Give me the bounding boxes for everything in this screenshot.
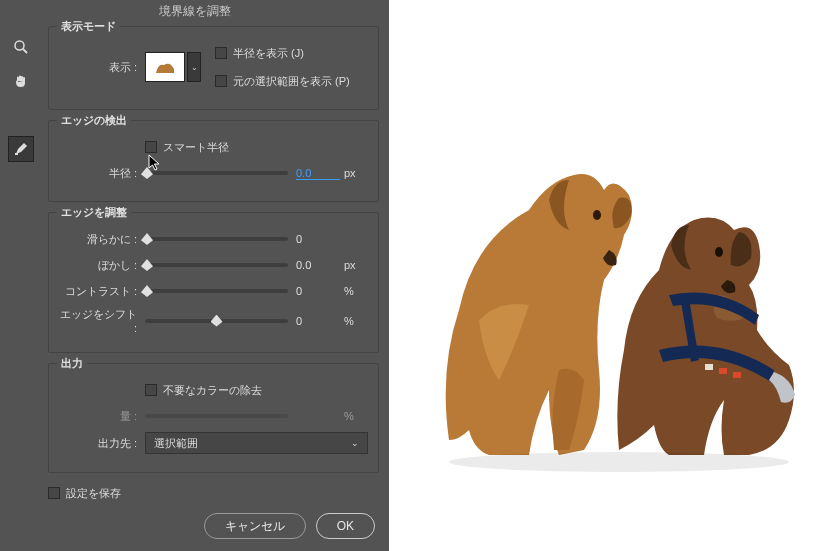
feather-unit: px — [344, 259, 368, 271]
hand-tool[interactable] — [8, 68, 34, 94]
hand-icon — [13, 73, 29, 89]
smart-radius-label: スマート半径 — [163, 140, 229, 155]
output-title: 出力 — [57, 356, 87, 371]
contrast-value[interactable]: 0 — [296, 285, 340, 297]
shift-unit: % — [344, 315, 368, 327]
svg-rect-6 — [719, 368, 727, 374]
shift-slider[interactable] — [145, 319, 288, 323]
feather-label: ぼかし : — [59, 258, 145, 273]
amount-label: 量 : — [59, 409, 145, 424]
view-dropdown-button[interactable]: ⌄ — [187, 52, 201, 82]
output-to-value: 選択範囲 — [154, 436, 198, 451]
refine-brush-tool[interactable] — [8, 136, 34, 162]
radius-slider[interactable] — [145, 171, 288, 175]
edge-adjust-title: エッジを調整 — [57, 205, 131, 220]
output-to-label: 出力先 : — [59, 436, 145, 451]
radius-value[interactable]: 0.0 — [296, 167, 340, 180]
remember-checkbox[interactable] — [48, 487, 60, 499]
svg-point-9 — [449, 452, 789, 472]
edge-detect-group: エッジの検出 スマート半径 半径 : 0.0 px — [48, 120, 379, 202]
contrast-slider[interactable] — [145, 289, 288, 293]
magnifier-icon — [13, 39, 29, 55]
chevron-down-icon: ⌄ — [351, 438, 359, 448]
svg-point-4 — [593, 210, 601, 220]
smooth-slider[interactable] — [145, 237, 288, 241]
decontaminate-checkbox[interactable] — [145, 384, 157, 396]
amount-unit: % — [344, 410, 368, 422]
remember-label: 設定を保存 — [66, 486, 121, 501]
show-original-label: 元の選択範囲を表示 (P) — [233, 74, 350, 89]
refine-edge-panel: 境界線を調整 表示モード 表示 : — [0, 0, 389, 551]
smooth-value[interactable]: 0 — [296, 233, 340, 245]
output-group: 出力 不要なカラーの除去 量 : % 出力先 : 選択範囲 ⌄ — [48, 363, 379, 473]
zoom-tool[interactable] — [8, 34, 34, 60]
show-label: 表示 : — [59, 60, 145, 75]
svg-line-1 — [23, 49, 27, 53]
decontaminate-label: 不要なカラーの除去 — [163, 383, 262, 398]
shift-label: エッジをシフト : — [59, 307, 145, 334]
svg-point-5 — [715, 247, 723, 257]
dialog-footer: キャンセル OK — [204, 513, 375, 539]
panel-content: 表示モード 表示 : ⌄ 半径を表示 (J) 元の選択範囲を表示 (P) — [48, 26, 379, 509]
show-radius-label: 半径を表示 (J) — [233, 46, 304, 61]
brush-icon — [13, 141, 29, 157]
canvas-area[interactable] — [389, 0, 830, 551]
slider-thumb[interactable] — [211, 315, 223, 327]
chevron-down-icon: ⌄ — [191, 63, 198, 72]
show-original-checkbox[interactable] — [215, 75, 227, 87]
feather-slider[interactable] — [145, 263, 288, 267]
view-mode-group: 表示モード 表示 : ⌄ 半径を表示 (J) 元の選択範囲を表示 (P) — [48, 26, 379, 110]
amount-slider — [145, 414, 288, 418]
radius-label: 半径 : — [59, 166, 145, 181]
svg-rect-2 — [15, 153, 18, 155]
contrast-unit: % — [344, 285, 368, 297]
shift-value[interactable]: 0 — [296, 315, 340, 327]
radius-unit: px — [344, 167, 368, 179]
smart-radius-checkbox[interactable] — [145, 141, 157, 153]
view-mode-title: 表示モード — [57, 19, 120, 34]
output-to-select[interactable]: 選択範囲 ⌄ — [145, 432, 368, 454]
edge-detect-title: エッジの検出 — [57, 113, 131, 128]
view-thumbnail[interactable] — [145, 52, 185, 82]
svg-point-0 — [15, 41, 24, 50]
svg-rect-8 — [705, 364, 713, 370]
contrast-label: コントラスト : — [59, 284, 145, 299]
show-radius-checkbox[interactable] — [215, 47, 227, 59]
smooth-label: 滑らかに : — [59, 232, 145, 247]
svg-rect-7 — [733, 372, 741, 378]
tool-column — [8, 34, 38, 170]
thumbnail-icon — [148, 55, 182, 79]
dogs-image — [419, 120, 819, 480]
feather-value[interactable]: 0.0 — [296, 259, 340, 271]
ok-button[interactable]: OK — [316, 513, 375, 539]
edge-adjust-group: エッジを調整 滑らかに : 0 ぼかし : 0.0px コントラスト : 0% … — [48, 212, 379, 353]
cancel-button[interactable]: キャンセル — [204, 513, 306, 539]
